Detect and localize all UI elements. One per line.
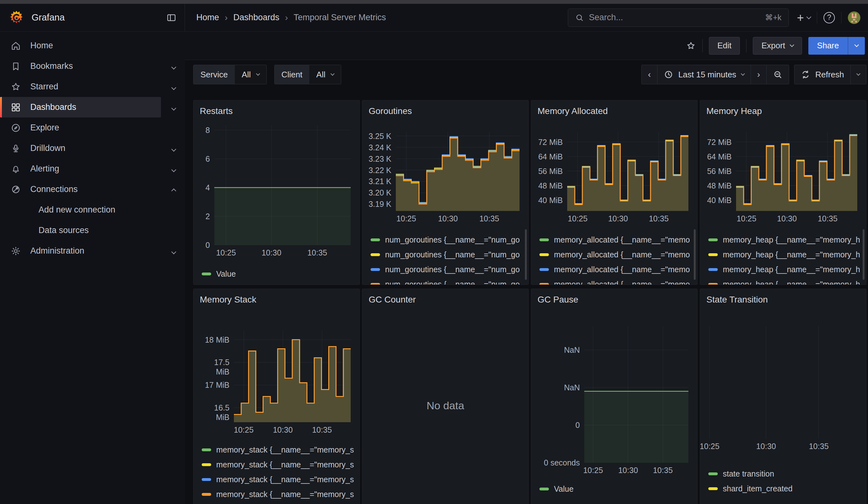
panel-title[interactable]: State Transition bbox=[700, 289, 866, 305]
chevron-down-icon[interactable] bbox=[172, 105, 175, 111]
chevron-down-icon[interactable] bbox=[172, 64, 175, 70]
sidebar-item-explore[interactable]: Explore bbox=[0, 117, 161, 138]
sidebar-item-drilldown[interactable]: Drilldown bbox=[0, 138, 161, 158]
panel-title[interactable]: Memory Heap bbox=[700, 101, 866, 116]
legend-scrollbar[interactable] bbox=[525, 229, 527, 280]
legend-item[interactable]: memory_stack {__name__="memory_s bbox=[202, 442, 360, 457]
help-button[interactable]: ? bbox=[824, 12, 835, 23]
chart-plot[interactable] bbox=[199, 125, 354, 245]
legend-item[interactable]: memory_stack {__name__="memory_s bbox=[202, 457, 360, 472]
share-button[interactable]: Share bbox=[808, 37, 848, 55]
legend-item[interactable]: num_goroutines {__name__="num_go bbox=[371, 233, 528, 247]
favorite-star-icon[interactable] bbox=[686, 41, 696, 51]
sidebar-item-bookmarks[interactable]: Bookmarks bbox=[0, 56, 161, 76]
chevron-down-icon[interactable] bbox=[172, 167, 175, 173]
y-axis-label: 18 MiB bbox=[199, 335, 229, 344]
grafana-logo-icon[interactable] bbox=[9, 10, 24, 25]
series-color-marker bbox=[539, 238, 549, 241]
chevron-down-icon[interactable] bbox=[172, 249, 175, 255]
chevron-down-icon[interactable] bbox=[172, 146, 175, 152]
time-forward-button[interactable]: › bbox=[751, 65, 766, 84]
series-color-marker bbox=[371, 268, 380, 271]
legend-item[interactable]: memory_stack {__name__="memory_s bbox=[202, 487, 360, 502]
chevron-up-icon[interactable] bbox=[172, 187, 175, 194]
y-axis-label: NaN bbox=[537, 383, 580, 392]
panel-title[interactable]: GC Pause bbox=[531, 289, 697, 305]
sidebar-item-alerting[interactable]: Alerting bbox=[0, 158, 161, 179]
breadcrumb-home[interactable]: Home bbox=[196, 13, 219, 22]
x-axis-label: 10:35 bbox=[479, 214, 499, 223]
legend-item[interactable]: state transition bbox=[708, 466, 866, 481]
sidebar-toggle-icon[interactable] bbox=[166, 13, 176, 23]
x-axis-label: 10:25 bbox=[396, 214, 416, 223]
sidebar-item-administration[interactable]: Administration bbox=[0, 240, 161, 261]
sidebar-item-add-new-connection[interactable]: Add new connection bbox=[0, 199, 161, 220]
user-avatar[interactable] bbox=[848, 11, 860, 24]
add-new-button[interactable]: + bbox=[797, 12, 810, 24]
panel-chart: 0246810:2510:3010:35 bbox=[199, 125, 354, 259]
refresh-button[interactable]: Refresh bbox=[794, 65, 850, 84]
legend-scrollbar[interactable] bbox=[694, 229, 696, 280]
legend-item[interactable]: memory_allocated {__name__="memo bbox=[539, 247, 697, 262]
breadcrumb-dashboards[interactable]: Dashboards bbox=[233, 13, 279, 22]
y-axis-label: 56 MiB bbox=[537, 166, 563, 176]
sidebar-item-data-sources[interactable]: Data sources bbox=[0, 220, 161, 240]
sidebar-item-home[interactable]: Home bbox=[0, 35, 161, 56]
x-axis-label: 10:30 bbox=[756, 442, 776, 451]
legend-item[interactable]: memory_heap {__name__="memory_h bbox=[708, 233, 866, 247]
drilldown-icon bbox=[9, 143, 22, 154]
sidebar-item-dashboards[interactable]: Dashboards bbox=[0, 97, 161, 117]
x-axis-label: 10:30 bbox=[273, 425, 293, 434]
chart-plot[interactable] bbox=[703, 326, 860, 439]
legend-item[interactable]: memory_heap {__name__="memory_h bbox=[708, 277, 866, 285]
legend-scrollbar[interactable] bbox=[862, 229, 865, 280]
zoom-out-button[interactable] bbox=[766, 65, 789, 84]
service-filter-value[interactable]: All bbox=[235, 65, 266, 84]
sidebar-nav: HomeBookmarksStarredDashboardsExploreDri… bbox=[0, 32, 185, 504]
y-axis-label: 3.22 K bbox=[368, 165, 391, 175]
legend-item[interactable]: memory_heap {__name__="memory_h bbox=[708, 247, 866, 262]
sidebar-item-starred[interactable]: Starred bbox=[0, 76, 161, 97]
panel-title[interactable]: Restarts bbox=[194, 101, 360, 116]
share-dropdown-button[interactable] bbox=[848, 37, 865, 55]
legend-item[interactable]: memory_heap {__name__="memory_h bbox=[708, 262, 866, 277]
service-filter[interactable]: Service All bbox=[193, 65, 267, 84]
client-filter-value[interactable]: All bbox=[309, 65, 341, 84]
legend-item[interactable]: memory_stack {__name__="memory_s bbox=[202, 472, 360, 487]
search-box[interactable]: ⌘+k bbox=[568, 9, 789, 27]
client-filter[interactable]: Client All bbox=[274, 65, 341, 84]
time-range-picker[interactable]: Last 15 minutes bbox=[657, 65, 751, 84]
x-axis-label: 10:35 bbox=[312, 425, 332, 434]
legend-item[interactable]: memory_allocated {__name__="memo bbox=[539, 277, 697, 285]
app-header: Grafana Home › Dashboards › Temporal Ser… bbox=[0, 4, 868, 32]
sidebar-item-connections[interactable]: Connections bbox=[0, 179, 161, 199]
panel-memory-allocated: Memory Allocated40 MiB48 MiB56 MiB64 MiB… bbox=[531, 100, 698, 285]
chevron-down-icon bbox=[806, 14, 812, 19]
legend-item[interactable]: Value bbox=[202, 267, 360, 281]
panel-chart: 40 MiB48 MiB56 MiB64 MiB72 MiB10:2510:30… bbox=[706, 132, 860, 225]
panel-title[interactable]: Goroutines bbox=[362, 101, 528, 116]
refresh-interval-dropdown[interactable] bbox=[850, 65, 866, 84]
legend-item[interactable]: Value bbox=[539, 482, 697, 496]
divider bbox=[702, 39, 703, 52]
edit-button[interactable]: Edit bbox=[709, 37, 740, 55]
legend-item[interactable]: num_goroutines {__name__="num_go bbox=[371, 262, 528, 277]
panel-goroutines: Goroutines3.19 K3.20 K3.21 K3.22 K3.23 K… bbox=[362, 100, 529, 285]
time-back-button[interactable]: ‹ bbox=[642, 65, 657, 84]
breadcrumb-separator: › bbox=[225, 13, 228, 23]
legend-item[interactable]: memory_allocated {__name__="memo bbox=[539, 262, 697, 277]
legend-item[interactable]: num_goroutines {__name__="num_go bbox=[371, 247, 528, 262]
panel-legend: Value bbox=[194, 267, 360, 281]
plus-icon: + bbox=[797, 12, 804, 24]
panel-title[interactable]: Memory Allocated bbox=[531, 101, 697, 116]
grid-icon bbox=[9, 102, 22, 113]
search-input[interactable] bbox=[589, 13, 760, 22]
series-color-marker bbox=[539, 253, 549, 256]
chevron-down-icon[interactable] bbox=[172, 85, 175, 91]
legend-item[interactable]: memory_allocated {__name__="memo bbox=[539, 233, 697, 247]
legend-item[interactable]: shard_item_created bbox=[708, 481, 866, 496]
legend-item[interactable]: num_goroutines {__name__="num_go bbox=[371, 277, 528, 285]
legend-label: memory_heap {__name__="memory_h bbox=[723, 235, 860, 245]
export-button[interactable]: Export bbox=[753, 37, 802, 55]
panel-title[interactable]: Memory Stack bbox=[194, 289, 360, 305]
